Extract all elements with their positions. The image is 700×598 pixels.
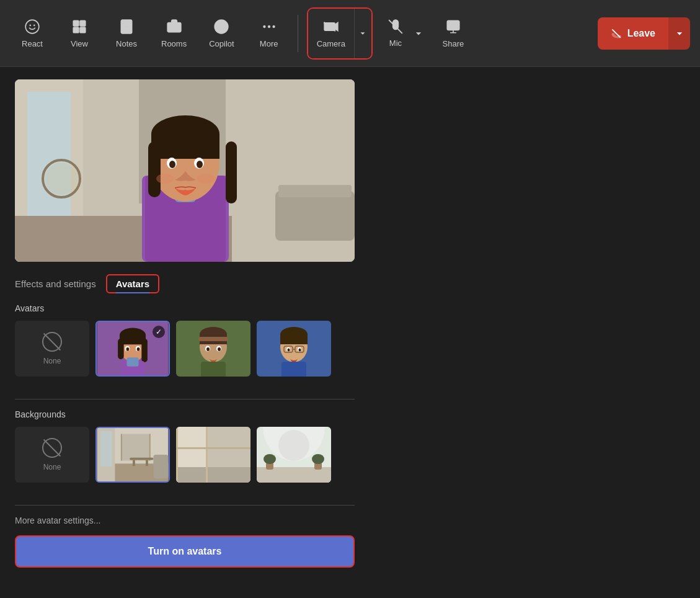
more-label: More xyxy=(260,39,278,48)
svg-point-66 xyxy=(218,347,221,351)
background-3-thumbnail xyxy=(257,427,331,483)
svg-rect-89 xyxy=(133,460,135,466)
svg-rect-88 xyxy=(130,458,153,460)
mic-label: Mic xyxy=(389,38,402,48)
svg-rect-68 xyxy=(198,337,228,341)
svg-rect-39 xyxy=(226,141,237,203)
svg-rect-38 xyxy=(148,141,161,197)
svg-point-16 xyxy=(272,25,275,28)
rooms-label: Rooms xyxy=(161,39,187,48)
svg-point-65 xyxy=(206,347,210,351)
svg-rect-51 xyxy=(118,339,124,359)
background-option-2[interactable] xyxy=(176,427,250,483)
svg-point-1 xyxy=(29,25,31,27)
svg-rect-5 xyxy=(73,27,79,33)
svg-rect-85 xyxy=(121,434,151,461)
svg-rect-4 xyxy=(80,20,86,26)
svg-point-31 xyxy=(45,163,78,195)
mic-button-group: Mic xyxy=(380,9,426,58)
svg-rect-52 xyxy=(141,339,148,362)
svg-rect-6 xyxy=(80,27,86,33)
background-option-3[interactable] xyxy=(257,427,331,483)
avatars-section: Avatars None xyxy=(15,303,685,389)
svg-point-15 xyxy=(267,25,270,28)
avatars-section-title: Avatars xyxy=(15,303,685,313)
react-label: React xyxy=(22,39,43,48)
backgrounds-section-title: Backgrounds xyxy=(15,409,685,419)
svg-point-79 xyxy=(299,349,301,352)
svg-rect-58 xyxy=(126,357,138,366)
avatar-3-thumbnail xyxy=(257,321,331,377)
leave-label: Leave xyxy=(627,28,655,39)
svg-point-0 xyxy=(25,20,39,33)
tab-avatars[interactable]: Avatars xyxy=(106,274,159,293)
avatar-option-1[interactable]: ✓ xyxy=(95,321,170,377)
copilot-icon xyxy=(213,18,230,35)
avatar-thumbnail-grid: None xyxy=(15,321,685,377)
avatar-option-3[interactable] xyxy=(257,321,331,377)
mic-button[interactable]: Mic xyxy=(380,9,411,58)
bg-none-icon xyxy=(42,438,62,458)
toolbar-rooms[interactable]: Rooms xyxy=(151,9,197,58)
svg-point-105 xyxy=(264,454,276,464)
svg-rect-99 xyxy=(176,447,250,449)
share-label: Share xyxy=(443,39,464,48)
avatar-none-option[interactable]: None xyxy=(15,321,89,377)
camera-chevron-button[interactable] xyxy=(354,9,371,58)
tab-effects-settings[interactable]: Effects and settings xyxy=(15,279,96,289)
svg-rect-29 xyxy=(278,185,352,197)
section-divider-2 xyxy=(15,505,355,506)
svg-point-42 xyxy=(169,161,175,168)
notes-label: Notes xyxy=(116,39,137,48)
toolbar-more[interactable]: More xyxy=(247,9,291,58)
copilot-label: Copilot xyxy=(209,39,234,48)
svg-rect-37 xyxy=(151,134,219,159)
background-2-thumbnail xyxy=(176,427,250,483)
svg-rect-28 xyxy=(275,191,355,241)
mic-chevron-button[interactable] xyxy=(411,9,426,58)
svg-rect-87 xyxy=(149,434,151,461)
avatar-option-2[interactable] xyxy=(176,321,250,377)
svg-rect-96 xyxy=(176,467,250,483)
svg-point-56 xyxy=(137,347,140,351)
svg-rect-72 xyxy=(280,334,308,344)
toolbar-share[interactable]: Share xyxy=(431,9,476,58)
more-avatar-settings-link[interactable]: More avatar settings... xyxy=(15,515,685,525)
svg-point-14 xyxy=(263,25,265,28)
toolbar-separator xyxy=(298,15,298,52)
toolbar: React View Notes Rooms Copilot More xyxy=(0,0,700,67)
leave-button[interactable]: Leave xyxy=(598,17,668,50)
more-icon xyxy=(260,18,278,35)
section-tabs: Effects and settings Avatars xyxy=(15,274,685,293)
svg-rect-90 xyxy=(146,460,148,466)
svg-rect-80 xyxy=(281,362,306,377)
svg-rect-97 xyxy=(176,427,178,483)
backgrounds-section: Backgrounds None xyxy=(15,409,685,495)
background-none-option[interactable]: None xyxy=(15,427,89,483)
svg-point-44 xyxy=(156,174,174,184)
avatar-1-checkmark: ✓ xyxy=(153,326,165,338)
toolbar-notes[interactable]: Notes xyxy=(104,9,149,58)
main-content: Effects and settings Avatars Avatars Non… xyxy=(0,67,700,598)
rooms-icon xyxy=(166,18,183,35)
svg-point-13 xyxy=(221,25,223,27)
svg-point-43 xyxy=(197,161,203,168)
leave-chevron-button[interactable] xyxy=(668,17,690,50)
svg-rect-67 xyxy=(201,362,226,377)
svg-rect-98 xyxy=(206,427,208,483)
svg-point-107 xyxy=(312,454,324,464)
toolbar-view[interactable]: View xyxy=(57,9,102,58)
turn-on-avatars-button[interactable]: Turn on avatars xyxy=(15,535,355,568)
leave-button-group: Leave xyxy=(598,17,690,50)
avatar-none-label: None xyxy=(43,357,61,365)
background-option-1[interactable] xyxy=(95,427,170,483)
toolbar-react[interactable]: React xyxy=(10,9,55,58)
svg-point-78 xyxy=(288,349,290,352)
svg-point-2 xyxy=(33,25,35,27)
toolbar-copilot[interactable]: Copilot xyxy=(199,9,244,58)
camera-button[interactable]: Camera xyxy=(308,9,354,58)
svg-point-55 xyxy=(126,347,129,351)
none-icon xyxy=(42,332,62,352)
background-thumbnail-grid: None xyxy=(15,427,685,483)
avatar-2-thumbnail xyxy=(176,321,250,377)
